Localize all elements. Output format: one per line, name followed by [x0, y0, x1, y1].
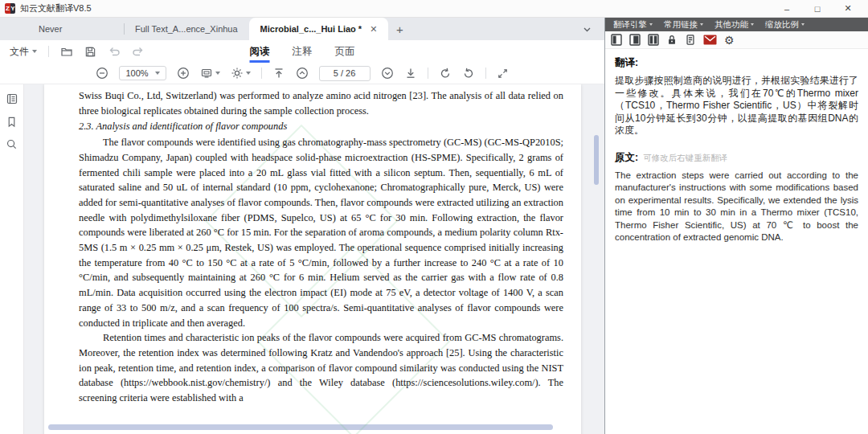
view-tab-reading[interactable]: 阅读 [250, 40, 270, 63]
menu-zoom-ratio[interactable]: 缩放比例 [760, 19, 809, 31]
window-controls: – □ ✕ [772, 1, 863, 17]
next-page-icon[interactable] [381, 67, 394, 80]
search-panel-icon[interactable] [6, 138, 18, 150]
page-controls-toolbar: 100% [0, 63, 604, 84]
paragraph-retention: Retention times and characteristic ion p… [79, 330, 563, 406]
section-heading: 2.3. Analysis and identification of flav… [79, 119, 563, 134]
page-number-input[interactable] [319, 66, 371, 81]
menu-caret-icon [649, 23, 653, 26]
lock-icon[interactable] [666, 34, 678, 46]
notes-document-icon[interactable] [685, 34, 696, 46]
close-button[interactable]: ✕ [833, 1, 863, 17]
left-sidebar [0, 84, 24, 434]
original-label-row: 原文: 可修改后右键重新翻译 [615, 151, 858, 165]
save-icon[interactable] [84, 46, 96, 58]
new-tab-button[interactable]: + [388, 18, 411, 40]
layout-split-pane-icon[interactable] [648, 34, 659, 46]
pdf-canvas[interactable]: Swiss Buqi Co., Ltd, Switzerland) was pe… [24, 84, 604, 434]
brightness-button[interactable] [231, 67, 251, 80]
undo-icon[interactable] [108, 45, 121, 58]
settings-gear-icon[interactable]: ⚙ [724, 35, 735, 46]
layout-left-pane-icon[interactable] [611, 34, 622, 46]
download-icon[interactable] [404, 67, 417, 80]
toolbar-divider [485, 68, 486, 79]
tab-list-chevron-icon[interactable] [583, 18, 592, 40]
app-logo-icon: ZY [5, 3, 15, 14]
app-window: ZY 知云文献翻译V8.5 – □ ✕ Never Full Text_A...… [0, 0, 868, 434]
original-label: 原文: [615, 151, 638, 165]
view-tab-page[interactable]: 页面 [335, 40, 355, 63]
view-tab-annotation[interactable]: 注释 [293, 40, 313, 63]
view-mode-tabs: 阅读 注释 页面 [250, 40, 355, 63]
original-text[interactable]: The extraction steps were carried out ac… [615, 170, 858, 244]
thumbnails-panel-icon[interactable] [6, 92, 18, 105]
pdf-viewer-region: Never Full Text_A...ence_Xinhua Microbia… [0, 18, 604, 434]
vertical-scrollbar-thumb[interactable] [594, 135, 599, 185]
menu-caret-icon [700, 23, 703, 26]
menu-caret-icon [751, 23, 754, 26]
paragraph-continuation: Swiss Buqi Co., Ltd, Switzerland) was pe… [79, 88, 563, 118]
go-to-top-icon[interactable] [272, 67, 285, 80]
layout-right-pane-icon[interactable] [629, 34, 641, 46]
rotate-right-icon[interactable] [462, 67, 475, 80]
bookmark-panel-icon[interactable] [6, 116, 18, 128]
tab-fulltext[interactable]: Full Text_A...ence_Xinhua [124, 18, 249, 40]
brightness-caret-icon [246, 72, 251, 75]
open-folder-icon[interactable] [60, 45, 73, 58]
document-region: Swiss Buqi Co., Ltd, Switzerland) was pe… [0, 84, 604, 434]
tab-close-icon[interactable]: ✕ [370, 24, 377, 35]
fullscreen-icon[interactable] [497, 68, 509, 80]
document-tabbar: Never Full Text_A...ence_Xinhua Microbia… [0, 18, 604, 40]
menu-other-functions[interactable]: 其他功能 [710, 19, 759, 31]
maximize-button[interactable]: □ [802, 1, 833, 17]
translation-icon-toolbar: ⚙ [605, 31, 868, 49]
display-caret-icon [215, 72, 220, 75]
file-menu-button[interactable]: 文件 [10, 45, 37, 59]
translation-menubar: 翻译引擎 常用链接 其他功能 缩放比例 [605, 18, 868, 31]
page-display-mode-button[interactable] [200, 67, 220, 80]
document-text: Swiss Buqi Co., Ltd, Switzerland) was pe… [79, 88, 563, 406]
translation-content: 翻译: 提取步骤按照制造商的说明进行，并根据实验结果进行了一些修改。具体来说，我… [605, 49, 868, 434]
translation-label: 翻译: [615, 56, 858, 70]
zoom-out-icon[interactable] [96, 67, 108, 80]
mail-icon[interactable] [703, 35, 717, 45]
toolbar-divider [48, 46, 49, 57]
redo-icon[interactable] [132, 45, 145, 58]
tab-microbial-active[interactable]: Microbial_c..._Hui Liao * ✕ [249, 18, 389, 40]
minimize-button[interactable]: – [772, 1, 802, 17]
paragraph-methods: The flavor compounds were identified usi… [79, 135, 563, 330]
toolbar-divider [261, 68, 262, 79]
menu-translation-engine[interactable]: 翻译引擎 [608, 19, 657, 31]
menu-caret-icon [801, 23, 805, 26]
translation-text: 提取步骤按照制造商的说明进行，并根据实验结果进行了一些修改。具体来说，我们在70… [615, 75, 858, 137]
horizontal-scrollbar-thumb[interactable] [48, 424, 553, 430]
menu-common-links[interactable]: 常用链接 [659, 19, 708, 31]
app-title: 知云文献翻译V8.5 [20, 2, 92, 14]
original-hint: 可修改后右键重新翻译 [643, 153, 727, 164]
previous-page-icon[interactable] [296, 67, 309, 80]
zoom-caret-icon [155, 72, 160, 75]
zoom-in-icon[interactable] [177, 67, 190, 80]
file-menu-caret-icon [32, 50, 37, 53]
toolbar-divider [428, 68, 428, 79]
rotate-left-icon[interactable] [439, 67, 452, 80]
pdf-page: Swiss Buqi Co., Ltd, Switzerland) was pe… [44, 84, 581, 434]
main-toolbar: 文件 [0, 40, 604, 63]
translation-panel: 翻译引擎 常用链接 其他功能 缩放比例 [604, 18, 868, 434]
zoom-level-select[interactable]: 100% [119, 66, 166, 80]
tab-never[interactable]: Never [27, 18, 124, 40]
titlebar: ZY 知云文献翻译V8.5 – □ ✕ [0, 0, 868, 18]
